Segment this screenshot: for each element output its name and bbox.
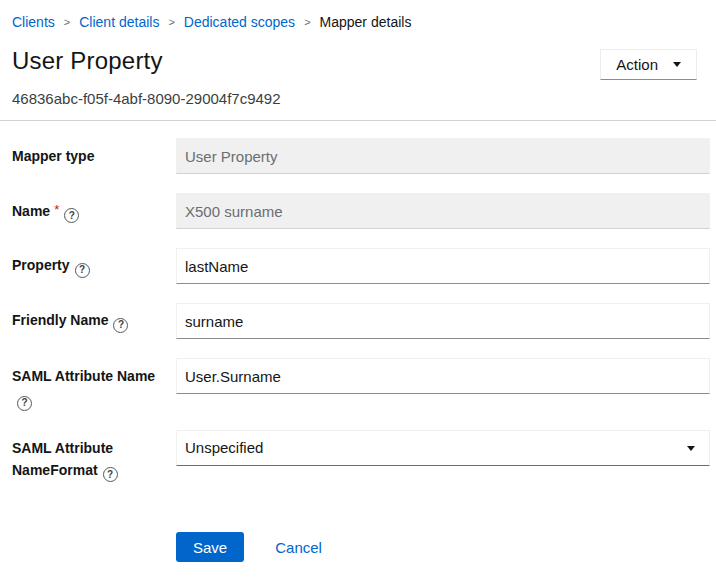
mapper-type-label: Mapper type — [12, 145, 176, 167]
breadcrumb-separator: > — [168, 16, 174, 28]
form-row-property: Property? — [12, 248, 710, 284]
help-icon[interactable]: ? — [17, 396, 32, 411]
name-label-text: Name — [12, 203, 50, 219]
save-button[interactable]: Save — [176, 532, 244, 562]
mapper-type-input — [176, 138, 710, 174]
cancel-link[interactable]: Cancel — [275, 539, 322, 556]
friendly-name-input[interactable] — [176, 303, 710, 339]
breadcrumb-separator: > — [304, 16, 310, 28]
page-header: User Property Action — [12, 47, 710, 80]
name-label: Name*? — [12, 199, 176, 224]
action-dropdown-label: Action — [616, 56, 658, 73]
breadcrumb: Clients > Client details > Dedicated sco… — [12, 14, 710, 30]
help-icon[interactable]: ? — [75, 263, 90, 278]
breadcrumb-separator: > — [64, 16, 70, 28]
saml-attribute-name-input[interactable] — [176, 358, 710, 394]
help-icon[interactable]: ? — [64, 208, 79, 223]
name-input — [176, 193, 710, 229]
mapper-id-subtitle: 46836abc-f05f-4abf-8090-29004f7c9492 — [12, 90, 710, 107]
saml-attribute-nameformat-select[interactable]: Unspecified — [176, 430, 710, 466]
breadcrumb-mapper-details: Mapper details — [320, 14, 412, 30]
form-row-mapper-type: Mapper type — [12, 138, 710, 174]
friendly-name-label-text: Friendly Name — [12, 312, 108, 328]
action-dropdown-button[interactable]: Action — [600, 49, 697, 80]
mapper-form: Mapper type Name*? Property? Friendly Na… — [12, 138, 710, 562]
saml-attribute-name-label-text: SAML Attribute Name — [12, 368, 155, 384]
selected-option-label: Unspecified — [185, 439, 263, 456]
form-row-saml-attribute-name: SAML Attribute Name? — [12, 358, 710, 411]
property-label: Property? — [12, 254, 176, 278]
breadcrumb-client-details[interactable]: Client details — [79, 14, 159, 30]
saml-attribute-nameformat-label: SAML Attribute NameFormat? — [12, 430, 176, 483]
required-indicator: * — [54, 202, 59, 217]
saml-attribute-name-label: SAML Attribute Name? — [12, 358, 176, 411]
caret-down-icon — [687, 446, 695, 451]
page-title: User Property — [12, 47, 163, 75]
form-row-friendly-name: Friendly Name? — [12, 303, 710, 339]
help-icon[interactable]: ? — [103, 467, 118, 482]
mapper-type-label-text: Mapper type — [12, 148, 94, 164]
saml-attribute-nameformat-label-text: SAML Attribute NameFormat — [12, 440, 113, 478]
friendly-name-label: Friendly Name? — [12, 309, 176, 333]
mapper-details-page: Clients > Client details > Dedicated sco… — [0, 0, 716, 562]
breadcrumb-dedicated-scopes[interactable]: Dedicated scopes — [184, 14, 295, 30]
property-input[interactable] — [176, 248, 710, 284]
form-row-name: Name*? — [12, 193, 710, 229]
help-icon[interactable]: ? — [113, 318, 128, 333]
divider — [0, 120, 716, 121]
form-row-saml-attribute-nameformat: SAML Attribute NameFormat? Unspecified — [12, 430, 710, 483]
property-label-text: Property — [12, 257, 70, 273]
breadcrumb-clients[interactable]: Clients — [12, 14, 55, 30]
form-actions: Save Cancel — [176, 532, 710, 562]
caret-down-icon — [673, 62, 681, 67]
